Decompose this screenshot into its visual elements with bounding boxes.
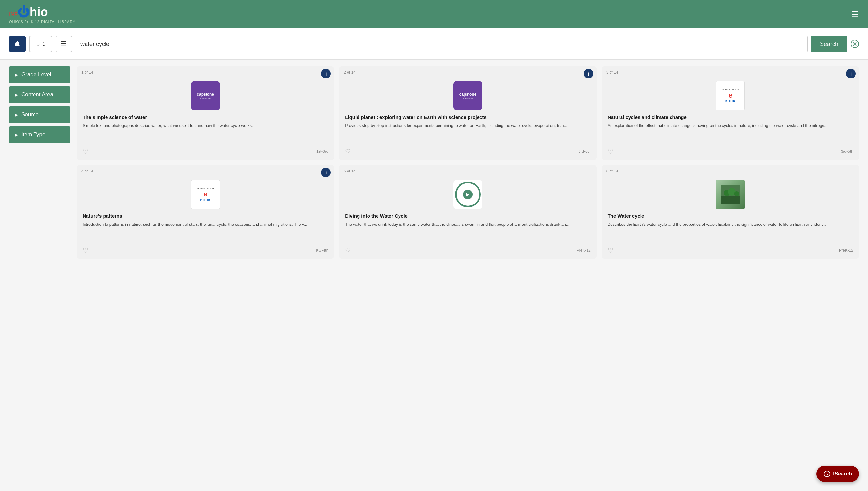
result-card-6[interactable]: 6 of 14 The Water cycle Describes the Ea… xyxy=(602,165,859,259)
results-grid: 1 of 14 i capstone interactive The simpl… xyxy=(77,66,859,259)
card-counter-5: 5 of 14 xyxy=(344,169,355,173)
card-desc-2: Provides step-by-step instructions for e… xyxy=(345,123,590,144)
logo-hio: hio xyxy=(30,5,48,19)
chevron-right-icon-4: ▶ xyxy=(15,133,18,137)
notifications-button[interactable] xyxy=(9,35,26,52)
card-title-5: Diving into the Water Cycle xyxy=(345,213,590,219)
svg-rect-4 xyxy=(720,196,740,204)
card-footer-2: ♡ 3rd-6th xyxy=(345,148,590,155)
card-footer-5: ♡ PreK-12 xyxy=(345,247,590,254)
filter-source[interactable]: ▶ Source xyxy=(9,106,70,123)
water-cycle-photo xyxy=(716,180,745,209)
card-footer-4: ♡ KG-4th xyxy=(83,247,328,254)
dvc-circle: ▶ xyxy=(455,181,481,207)
result-card-1[interactable]: 1 of 14 i capstone interactive The simpl… xyxy=(77,66,334,160)
filter-item-type-label: Item Type xyxy=(21,132,45,138)
card-desc-5: The water that we drink today is the sam… xyxy=(345,222,590,243)
filter-content-area[interactable]: ▶ Content Area xyxy=(9,86,70,103)
card-title-3: Natural cycles and climate change xyxy=(608,114,853,120)
favorite-button-1[interactable]: ♡ xyxy=(83,148,88,155)
logo-inf: INF xyxy=(9,11,18,17)
card-footer-1: ♡ 1st-3rd xyxy=(83,148,328,155)
favorite-button-2[interactable]: ♡ xyxy=(345,148,351,155)
card-info-button-4[interactable]: i xyxy=(321,168,331,177)
filter-content-area-label: Content Area xyxy=(21,91,53,98)
worldbook-logo-2: WORLD BOOK e BOOK xyxy=(191,180,220,209)
favorites-count: 0 xyxy=(42,41,45,48)
favorite-button-6[interactable]: ♡ xyxy=(608,247,613,254)
svg-point-7 xyxy=(734,191,739,196)
card-desc-4: Introduction to patterns in nature, such… xyxy=(83,222,328,243)
filter-grade-level-label: Grade Level xyxy=(21,71,51,78)
logo-subtitle: OHIO'S PreK-12 DIGITAL LIBRARY xyxy=(9,20,75,24)
list-icon: ☰ xyxy=(61,40,67,48)
chevron-right-icon: ▶ xyxy=(15,73,18,77)
result-card-2[interactable]: 2 of 14 i capstone interactive Liquid pl… xyxy=(339,66,596,160)
favorite-button-3[interactable]: ♡ xyxy=(608,148,613,155)
bell-icon xyxy=(13,40,21,48)
hamburger-menu-button[interactable]: ☰ xyxy=(851,9,859,20)
card-counter-6: 6 of 14 xyxy=(606,169,618,173)
list-view-button[interactable]: ☰ xyxy=(56,35,72,52)
chevron-right-icon-3: ▶ xyxy=(15,112,18,117)
clear-search-button[interactable] xyxy=(850,40,859,48)
logo-power-icon: ⏻ xyxy=(18,5,30,19)
result-card-4[interactable]: 4 of 14 i WORLD BOOK e BOOK Nature's pat… xyxy=(77,165,334,259)
chevron-right-icon-2: ▶ xyxy=(15,92,18,97)
grade-badge-2: 3rd-6th xyxy=(579,149,591,154)
worldbook-logo-1: WORLD BOOK e BOOK xyxy=(716,81,745,110)
card-thumbnail-5: ▶ xyxy=(453,180,483,209)
filter-grade-level[interactable]: ▶ Grade Level xyxy=(9,66,70,83)
card-thumbnail-2: capstone interactive xyxy=(453,81,483,110)
card-footer-3: ♡ 3rd-5th xyxy=(608,148,853,155)
card-counter-1: 1 of 14 xyxy=(81,70,93,75)
card-title-1: The simple science of water xyxy=(83,114,328,120)
logo: INF⏻hio OHIO'S PreK-12 DIGITAL LIBRARY xyxy=(9,5,75,24)
card-desc-3: An exploration of the effect that climat… xyxy=(608,123,853,144)
play-icon: ▶ xyxy=(463,190,473,199)
card-thumbnail-6 xyxy=(716,180,745,209)
favorite-button-4[interactable]: ♡ xyxy=(83,247,88,254)
favorites-button[interactable]: ♡ 0 xyxy=(29,35,52,52)
card-info-button-1[interactable]: i xyxy=(321,69,331,79)
filter-source-label: Source xyxy=(21,111,39,118)
heart-icon: ♡ xyxy=(35,40,41,48)
search-bar-area: ♡ 0 ☰ Search xyxy=(0,28,868,60)
sidebar: ▶ Grade Level ▶ Content Area ▶ Source ▶ … xyxy=(9,66,70,259)
card-title-2: Liquid planet : exploring water on Earth… xyxy=(345,114,590,120)
main-layout: ▶ Grade Level ▶ Content Area ▶ Source ▶ … xyxy=(0,60,868,265)
card-counter-2: 2 of 14 xyxy=(344,70,355,75)
card-title-4: Nature's patterns xyxy=(83,213,328,219)
close-circle-icon xyxy=(850,40,859,48)
card-desc-1: Simple text and photographs describe wat… xyxy=(83,123,328,144)
favorite-button-5[interactable]: ♡ xyxy=(345,247,351,254)
grade-badge-4: KG-4th xyxy=(316,248,328,253)
card-thumbnail-1: capstone interactive xyxy=(191,81,220,110)
card-counter-4: 4 of 14 xyxy=(81,169,93,173)
capstone-logo-1: capstone interactive xyxy=(191,81,220,110)
card-info-button-3[interactable]: i xyxy=(846,69,856,79)
result-card-3[interactable]: 3 of 14 i WORLD BOOK e BOOK Natural cycl… xyxy=(602,66,859,160)
card-footer-6: ♡ PreK-12 xyxy=(608,247,853,254)
card-thumbnail-3: WORLD BOOK e BOOK xyxy=(716,81,745,110)
forest-photo-icon xyxy=(720,185,740,204)
grade-badge-6: PreK-12 xyxy=(839,248,853,253)
search-input[interactable] xyxy=(75,35,808,52)
result-card-5[interactable]: 5 of 14 ▶ Diving into the Water Cycle Th… xyxy=(339,165,596,259)
card-desc-6: Describes the Earth's water cycle and th… xyxy=(608,222,853,243)
grade-badge-1: 1st-3rd xyxy=(316,149,328,154)
card-thumbnail-4: WORLD BOOK e BOOK xyxy=(191,180,220,209)
card-counter-3: 3 of 14 xyxy=(606,70,618,75)
search-button[interactable]: Search xyxy=(811,35,847,52)
capstone-logo-2: capstone interactive xyxy=(453,81,483,110)
grade-badge-5: PreK-12 xyxy=(577,248,591,253)
card-info-button-2[interactable]: i xyxy=(584,69,593,79)
filter-item-type[interactable]: ▶ Item Type xyxy=(9,126,70,143)
dvc-logo: ▶ xyxy=(453,180,483,209)
grade-badge-3: 3rd-5th xyxy=(841,149,853,154)
card-title-6: The Water cycle xyxy=(608,213,853,219)
app-header: INF⏻hio OHIO'S PreK-12 DIGITAL LIBRARY ☰ xyxy=(0,0,868,28)
